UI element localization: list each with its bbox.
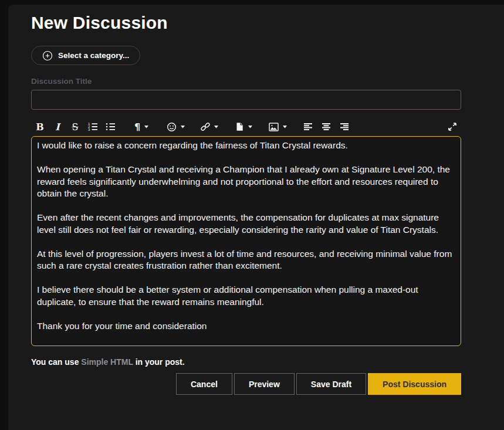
image-icon xyxy=(269,123,279,131)
emoji-dropdown[interactable] xyxy=(161,118,190,136)
paragraph-icon: ¶ xyxy=(134,121,140,133)
expand-button[interactable] xyxy=(444,118,461,136)
note-prefix: You can use xyxy=(31,357,81,367)
save-draft-button[interactable]: Save Draft xyxy=(296,373,366,395)
align-left-icon xyxy=(304,123,313,131)
unordered-list-icon xyxy=(106,122,115,131)
post-discussion-button[interactable]: Post Discussion xyxy=(368,373,461,395)
simple-html-link[interactable]: Simple HTML xyxy=(81,357,133,367)
note-suffix: in your post. xyxy=(133,357,185,367)
page-title: New Discussion xyxy=(31,13,461,33)
paragraph-format-dropdown[interactable]: ¶ xyxy=(127,118,155,136)
emoji-icon xyxy=(167,122,177,132)
circle-plus-icon xyxy=(42,50,53,61)
select-category-button[interactable]: Select a category... xyxy=(31,46,140,65)
file-icon xyxy=(235,122,244,131)
strikethrough-button[interactable]: S xyxy=(66,118,84,136)
discussion-title-label: Discussion Title xyxy=(31,77,461,86)
bold-button[interactable]: B xyxy=(31,118,49,136)
simple-html-note: You can use Simple HTML in your post. xyxy=(31,357,461,367)
bold-icon: B xyxy=(36,121,44,133)
discussion-body-editor[interactable]: I would like to raise a concern regardin… xyxy=(31,136,461,346)
preview-button[interactable]: Preview xyxy=(234,373,295,395)
chevron-down-icon xyxy=(214,126,218,128)
image-dropdown[interactable] xyxy=(263,118,292,136)
link-icon xyxy=(201,122,210,131)
chevron-down-icon xyxy=(248,126,252,128)
align-right-button[interactable] xyxy=(335,118,353,136)
expand-icon xyxy=(448,122,457,131)
discussion-title-input[interactable] xyxy=(31,90,461,110)
align-left-button[interactable] xyxy=(300,118,317,136)
unordered-list-button[interactable] xyxy=(102,118,119,136)
ordered-list-icon: 1 2 3 xyxy=(88,122,97,131)
chevron-down-icon xyxy=(283,126,287,128)
strikethrough-icon: S xyxy=(72,121,79,133)
italic-button[interactable]: I xyxy=(49,118,66,136)
italic-icon: I xyxy=(55,121,59,133)
action-button-row: Cancel Preview Save Draft Post Discussio… xyxy=(31,373,461,395)
select-category-label: Select a category... xyxy=(58,51,129,60)
svg-text:3: 3 xyxy=(88,128,90,131)
align-center-button[interactable] xyxy=(317,118,335,136)
cancel-button[interactable]: Cancel xyxy=(176,373,232,395)
new-discussion-panel: New Discussion Select a category... Disc… xyxy=(8,5,504,430)
chevron-down-icon xyxy=(144,126,148,128)
file-dropdown[interactable] xyxy=(229,118,258,136)
align-center-icon xyxy=(322,123,331,131)
ordered-list-button[interactable]: 1 2 3 xyxy=(84,118,102,136)
link-dropdown[interactable] xyxy=(195,118,224,136)
chevron-down-icon xyxy=(181,126,185,128)
align-right-icon xyxy=(339,123,349,131)
editor-toolbar: B I S 1 2 3 xyxy=(31,117,461,136)
